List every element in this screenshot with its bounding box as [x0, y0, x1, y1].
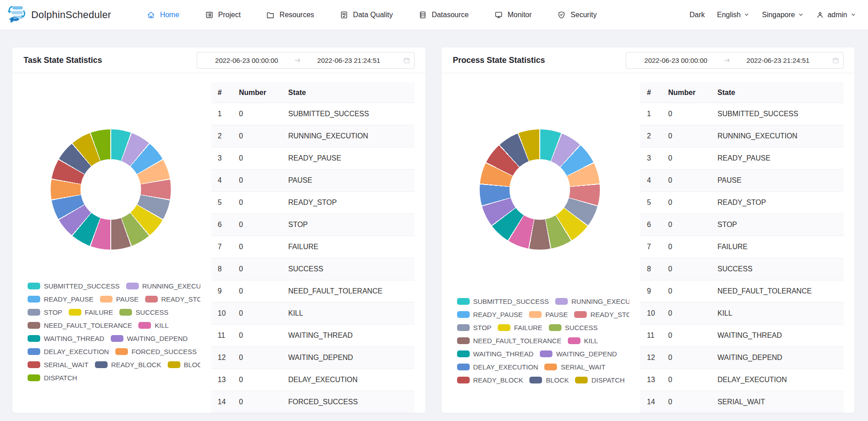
row-index: 12 [640, 354, 661, 362]
row-index: 2 [211, 132, 232, 140]
date-range-picker[interactable]: 2022-06-23 00:00:00 2022-06-23 21:24:51 [626, 52, 844, 69]
row-number: 0 [661, 398, 711, 406]
legend-item[interactable]: FAILURE [69, 306, 113, 319]
end-date-input[interactable]: 2022-06-23 21:24:51 [303, 57, 395, 64]
legend-item[interactable]: READY_BLOCK [95, 358, 161, 371]
legend-item[interactable]: READY_STOP [145, 293, 200, 306]
user-menu[interactable]: admin [816, 11, 856, 19]
legend-item[interactable]: PAUSE [100, 293, 139, 306]
legend-item[interactable]: READY_PAUSE [457, 308, 523, 321]
legend-item[interactable]: SERIAL_WAIT [28, 358, 89, 371]
table-row: 60STOP [211, 214, 415, 236]
state-table-body: 10SUBMITTED_SUCCESS20RUNNING_EXECUTION30… [211, 103, 415, 413]
legend-color-chip [28, 335, 40, 342]
legend-item[interactable]: READY_BLOCK [457, 374, 524, 387]
row-state: DELAY_EXECUTION [711, 376, 844, 384]
legend-item[interactable]: WAITING_THREAD [457, 347, 534, 360]
calendar-icon[interactable] [395, 57, 410, 64]
folder-icon [266, 10, 275, 19]
row-number: 0 [661, 221, 711, 229]
legend-item[interactable]: READY_PAUSE [28, 293, 94, 306]
nav-item-resources[interactable]: Resources [266, 10, 314, 19]
row-index: 2 [640, 132, 661, 140]
table-row: 30READY_PAUSE [211, 147, 415, 170]
card-header: Process State Statistics 2022-06-23 00:0… [442, 47, 855, 73]
nav-item-home[interactable]: Home [146, 10, 179, 19]
table-row: 120WAITING_DEPEND [211, 347, 415, 369]
legend-label: KILL [584, 337, 598, 345]
legend-label: FAILURE [514, 324, 542, 331]
legend-label: READY_STOP [590, 311, 629, 318]
legend-item[interactable]: WAITING_DEPEND [540, 347, 617, 360]
nav-item-security[interactable]: Security [557, 10, 597, 19]
dashboard-content: Task State Statistics 2022-06-23 00:00:0… [0, 30, 868, 421]
theme-toggle-button[interactable]: Dark [689, 11, 705, 19]
process-state-donut-chart[interactable] [480, 129, 600, 250]
legend-label: WAITING_DEPEND [556, 350, 617, 358]
language-select[interactable]: English [717, 11, 750, 19]
legend-item[interactable]: READY_STOP [574, 308, 629, 321]
start-date-input[interactable]: 2022-06-23 00:00:00 [201, 57, 293, 64]
legend-color-chip [111, 335, 123, 342]
timezone-select[interactable]: Singapore [762, 11, 804, 19]
legend-label: FORCED_SUCCESS [132, 348, 197, 355]
legend-item[interactable]: SUBMITTED_SUCCESS [457, 295, 549, 308]
end-date-input[interactable]: 2022-06-23 21:24:51 [732, 57, 824, 64]
legend-label: BLOCK [184, 361, 200, 369]
user-icon [816, 11, 824, 19]
legend-item[interactable]: FAILURE [498, 321, 542, 334]
legend-item[interactable]: KILL [138, 319, 169, 332]
row-state: READY_STOP [282, 199, 415, 207]
legend-color-chip [138, 322, 151, 329]
donut-hole [509, 159, 570, 220]
row-state: SUCCESS [711, 265, 844, 273]
legend-color-chip [28, 296, 40, 303]
row-number: 0 [661, 354, 711, 362]
legend-item[interactable]: WAITING_THREAD [28, 332, 104, 345]
legend-item[interactable]: BLOCK [529, 374, 569, 387]
legend-item[interactable]: WAITING_DEPEND [111, 332, 188, 345]
dolphinscheduler-logo[interactable]: DolphinScheduler [7, 4, 111, 26]
task-state-donut-chart[interactable] [51, 129, 171, 250]
legend-item[interactable]: DISPATCH [575, 374, 625, 387]
row-number: 0 [232, 176, 282, 184]
table-row: 10SUBMITTED_SUCCESS [640, 103, 844, 125]
row-state: FORCED_SUCCESS [282, 398, 415, 406]
row-number: 0 [232, 243, 282, 251]
legend-item[interactable]: DISPATCH [28, 371, 77, 384]
legend-item[interactable]: DELAY_EXECUTION [28, 345, 109, 358]
legend-item[interactable]: NEED_FAULT_TOLERANCE [457, 334, 561, 347]
legend-item[interactable]: NEED_FAULT_TOLERANCE [28, 319, 132, 332]
row-number: 0 [232, 110, 282, 118]
legend-item[interactable]: DELAY_EXECUTION [457, 360, 538, 374]
legend-item[interactable]: FORCED_SUCCESS [115, 345, 197, 358]
row-index: 3 [640, 154, 661, 162]
row-state: SUCCESS [282, 265, 415, 273]
legend-label: SUCCESS [136, 308, 169, 316]
legend-item[interactable]: SUBMITTED_SUCCESS [28, 279, 120, 293]
nav-label: Resources [279, 11, 314, 19]
legend-color-chip [457, 311, 470, 318]
legend-item[interactable]: SERIAL_WAIT [544, 360, 605, 374]
legend-color-chip [457, 364, 470, 370]
legend-item[interactable]: STOP [457, 321, 492, 334]
legend-color-chip [126, 283, 139, 289]
legend-item[interactable]: PAUSE [529, 308, 568, 321]
legend-item[interactable]: KILL [568, 334, 598, 347]
legend-item[interactable]: BLOCK [168, 358, 200, 371]
start-date-input[interactable]: 2022-06-23 00:00:00 [630, 57, 722, 64]
legend-item[interactable]: RUNNING_EXECUTION [555, 295, 629, 308]
nav-item-project[interactable]: Project [205, 10, 241, 19]
nav-item-datasource[interactable]: Datasource [418, 10, 469, 19]
calendar-icon[interactable] [824, 57, 840, 64]
date-range-picker[interactable]: 2022-06-23 00:00:00 2022-06-23 21:24:51 [197, 52, 415, 69]
row-number: 0 [232, 309, 282, 317]
row-number: 0 [232, 398, 282, 406]
legend-item[interactable]: SUCCESS [119, 306, 169, 319]
legend-item[interactable]: SUCCESS [549, 321, 598, 334]
nav-item-monitor[interactable]: Monitor [494, 10, 532, 19]
nav-item-data-quality[interactable]: Data Quality [340, 10, 393, 19]
legend-item[interactable]: RUNNING_EXECUTION [126, 279, 200, 293]
legend-color-chip [145, 296, 158, 303]
legend-item[interactable]: STOP [28, 306, 62, 319]
